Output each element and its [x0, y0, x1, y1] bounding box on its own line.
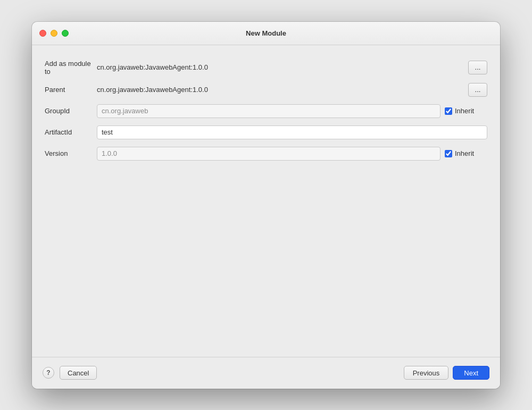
version-label: Version [45, 149, 93, 157]
titlebar: New Module [32, 22, 500, 45]
add-as-module-label: Add as module to [45, 60, 93, 76]
form-area: Add as module to cn.org.javaweb:JavawebA… [45, 56, 487, 164]
parent-browse-button[interactable]: ... [468, 83, 487, 97]
artifact-id-row: ArtifactId [45, 122, 487, 143]
close-button[interactable] [39, 30, 46, 37]
previous-button[interactable]: Previous [404, 366, 449, 380]
artifact-id-input[interactable] [97, 125, 487, 139]
parent-row: Parent cn.org.javaweb:JavawebAgent:1.0.0… [45, 79, 487, 101]
traffic-lights [39, 30, 69, 37]
group-id-row: GroupId Inherit [45, 101, 487, 122]
add-as-module-row: Add as module to cn.org.javaweb:JavawebA… [45, 56, 487, 79]
next-button[interactable]: Next [453, 366, 489, 380]
version-inherit-container: Inherit [445, 149, 487, 157]
group-id-inherit-container: Inherit [445, 107, 487, 115]
version-row: Version Inherit [45, 143, 487, 164]
maximize-button[interactable] [62, 30, 69, 37]
cancel-button[interactable]: Cancel [60, 366, 97, 380]
add-as-module-browse-button[interactable]: ... [468, 61, 487, 74]
footer-right: Previous Next [404, 366, 489, 380]
help-button[interactable]: ? [43, 367, 54, 379]
content-area: Add as module to cn.org.javaweb:JavawebA… [32, 45, 500, 357]
group-id-label: GroupId [45, 107, 93, 115]
minimize-button[interactable] [51, 30, 57, 37]
window-title: New Module [246, 29, 286, 37]
group-id-inherit-checkbox[interactable] [445, 107, 452, 115]
version-inherit-label: Inherit [455, 149, 474, 157]
parent-value: cn.org.javaweb:JavawebAgent:1.0.0 [97, 86, 464, 94]
parent-label: Parent [45, 86, 93, 94]
version-inherit-checkbox[interactable] [445, 150, 452, 157]
artifact-id-label: ArtifactId [45, 128, 93, 136]
version-input[interactable] [97, 147, 440, 161]
footer-left: ? Cancel [43, 366, 97, 380]
group-id-input[interactable] [97, 104, 440, 118]
add-as-module-value: cn.org.javaweb:JavawebAgent:1.0.0 [97, 63, 464, 71]
group-id-inherit-label: Inherit [455, 107, 474, 115]
new-module-dialog: New Module Add as module to cn.org.javaw… [32, 22, 500, 389]
footer: ? Cancel Previous Next [32, 357, 500, 389]
